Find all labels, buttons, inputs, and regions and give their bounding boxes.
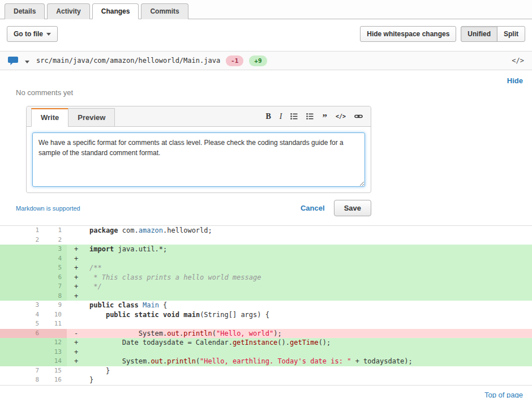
- old-line-number: 4: [0, 310, 44, 320]
- new-line-number: 3: [44, 245, 67, 254]
- diff-row[interactable]: 511: [0, 319, 532, 329]
- diff-row[interactable]: 7+ */: [0, 282, 532, 292]
- comment-textarea[interactable]: We have a specific format for comments a…: [32, 132, 365, 187]
- split-view-button[interactable]: Split: [497, 26, 525, 42]
- diff-row[interactable]: 11package com.amazon.helloworld;: [0, 226, 532, 236]
- diff-sign: +: [67, 273, 89, 283]
- diff-row[interactable]: 4+: [0, 254, 532, 264]
- new-line-number: [44, 329, 67, 339]
- new-line-number: 13: [44, 348, 67, 357]
- hide-whitespace-button[interactable]: Hide whitespace changes: [360, 26, 456, 42]
- new-line-number: 14: [44, 357, 67, 366]
- old-line-number: [0, 282, 44, 292]
- code-line: /**: [89, 263, 532, 273]
- tab-changes[interactable]: Changes: [92, 3, 139, 19]
- diff-sign: +: [67, 282, 89, 292]
- unified-view-button[interactable]: Unified: [461, 26, 497, 42]
- old-line-number: [0, 245, 44, 254]
- code-line: [89, 319, 532, 329]
- diff-sign: +: [67, 245, 89, 254]
- code-line: [89, 254, 532, 264]
- diff-row[interactable]: 13+: [0, 348, 532, 357]
- old-line-number: [0, 348, 44, 357]
- bold-icon[interactable]: B: [265, 113, 271, 121]
- code-line: }: [89, 366, 532, 376]
- new-line-number: 1: [44, 226, 67, 236]
- code-line: System.out.println("Hello, earthling. To…: [89, 357, 532, 366]
- old-line-number: [0, 254, 44, 264]
- cancel-link[interactable]: Cancel: [301, 204, 325, 212]
- diff-row[interactable]: 5+/**: [0, 263, 532, 273]
- file-dropdown-caret-icon[interactable]: [24, 55, 31, 66]
- top-of-page-link[interactable]: Top of page: [484, 391, 523, 398]
- new-line-number: 4: [44, 254, 67, 264]
- code-icon[interactable]: </>: [336, 114, 346, 119]
- code-line: [89, 236, 532, 245]
- old-line-number: [0, 273, 44, 283]
- diff-row[interactable]: 410 public static void main(String[] arg…: [0, 310, 532, 320]
- diff-sign: [67, 236, 89, 245]
- code-line: public class Main {: [89, 301, 532, 310]
- tab-activity[interactable]: Activity: [47, 3, 89, 19]
- tab-details[interactable]: Details: [5, 3, 45, 19]
- old-line-number: 6: [0, 329, 44, 339]
- file-path: src/main/java/com/amazon/helloworld/Main…: [36, 57, 220, 65]
- new-line-number: 16: [44, 375, 67, 385]
- diff-row[interactable]: 6+ * This class prints a hello world mes…: [0, 273, 532, 283]
- code-line: System.out.println("Hello, world");: [89, 329, 532, 339]
- diff-table: 11package com.amazon.helloworld;223+impo…: [0, 225, 532, 386]
- old-line-number: [0, 357, 44, 366]
- editor-tab-preview[interactable]: Preview: [68, 108, 115, 127]
- diff-row[interactable]: 8+: [0, 292, 532, 301]
- format-toolbar: BI”</>: [265, 110, 363, 122]
- save-button[interactable]: Save: [334, 200, 371, 216]
- new-line-number: 15: [44, 366, 67, 376]
- new-line-number: 10: [44, 310, 67, 320]
- new-line-number: 8: [44, 292, 67, 301]
- tab-commits[interactable]: Commits: [141, 3, 188, 19]
- diff-row[interactable]: 816}: [0, 375, 532, 385]
- editor-tab-write[interactable]: Write: [31, 108, 68, 127]
- diff-row[interactable]: 14+ System.out.println("Hello, earthling…: [0, 357, 532, 366]
- bullet-list-icon[interactable]: [306, 113, 314, 120]
- diff-sign: +: [67, 254, 89, 264]
- ordered-list-icon[interactable]: [290, 113, 298, 120]
- new-line-number: 12: [44, 338, 67, 348]
- view-options: Hide whitespace changes Unified Split: [360, 26, 525, 42]
- code-line: [89, 292, 532, 301]
- quote-icon[interactable]: ”: [322, 113, 327, 122]
- diff-sign: +: [67, 263, 89, 273]
- comment-bubble-icon[interactable]: [8, 57, 18, 65]
- link-icon[interactable]: [354, 113, 363, 120]
- editor-tab-bar: WritePreview: [31, 108, 114, 126]
- diff-sign: -: [67, 329, 89, 339]
- italic-icon[interactable]: I: [280, 113, 282, 121]
- diff-sign: +: [67, 292, 89, 301]
- diff-row[interactable]: 3+import java.util.*;: [0, 245, 532, 254]
- code-line: * This class prints a hello world messag…: [89, 273, 532, 283]
- no-comments-text: No comments yet: [0, 85, 532, 102]
- editor-actions: Cancel Save: [301, 200, 371, 216]
- diff-row[interactable]: 12+ Date todaysdate = Calendar.getInstan…: [0, 338, 532, 348]
- diff-row[interactable]: 22: [0, 236, 532, 245]
- diff-sign: [67, 366, 89, 376]
- tab-bar: DetailsActivityChangesCommits: [0, 0, 532, 19]
- diff-sign: +: [67, 348, 89, 357]
- diff-row[interactable]: 715 }: [0, 366, 532, 376]
- deletions-badge: -1: [226, 55, 243, 66]
- top-row: Top of page: [0, 386, 532, 398]
- go-to-file-button[interactable]: Go to file: [7, 26, 58, 42]
- diff-row[interactable]: 39public class Main {: [0, 301, 532, 310]
- diff-row[interactable]: 6- System.out.println("Hello, world");: [0, 329, 532, 339]
- diff-sign: [67, 301, 89, 310]
- old-line-number: 5: [0, 319, 44, 329]
- code-line: */: [89, 282, 532, 292]
- new-line-number: 11: [44, 319, 67, 329]
- diff-sign: [67, 319, 89, 329]
- diff-sign: [67, 310, 89, 320]
- hide-link[interactable]: Hide: [507, 76, 523, 85]
- hide-row: Hide: [0, 70, 532, 85]
- old-line-number: [0, 292, 44, 301]
- markdown-supported-link[interactable]: Markdown is supported: [16, 205, 80, 212]
- view-source-icon[interactable]: </>: [512, 57, 524, 65]
